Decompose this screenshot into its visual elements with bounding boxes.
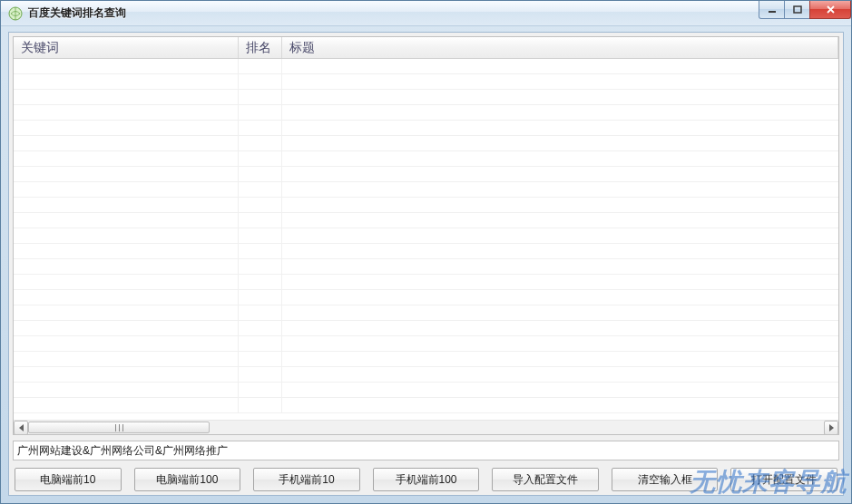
table-row xyxy=(14,336,838,352)
table-row xyxy=(14,74,838,90)
pc-top100-button[interactable]: 电脑端前100 xyxy=(134,468,241,491)
window-title: 百度关键词排名查询 xyxy=(28,5,126,21)
scrollbar-thumb[interactable] xyxy=(28,422,210,433)
maximize-button[interactable] xyxy=(784,1,810,19)
results-table: 关键词 排名 标题 xyxy=(13,36,839,435)
grip-icon xyxy=(115,424,123,431)
maximize-icon xyxy=(793,5,802,14)
svg-rect-2 xyxy=(769,11,776,13)
table-row xyxy=(14,321,838,336)
scrollbar-track[interactable] xyxy=(28,421,824,434)
table-row xyxy=(14,90,838,105)
table-row xyxy=(14,167,838,182)
table-row xyxy=(14,182,838,198)
button-row: 电脑端前10 电脑端前100 手机端前10 手机端前100 导入配置文件 清空输… xyxy=(13,468,839,491)
table-row xyxy=(14,259,838,275)
table-row xyxy=(14,398,838,413)
table-body xyxy=(14,59,838,434)
table-row xyxy=(14,367,838,383)
client-area: 关键词 排名 标题 xyxy=(8,32,844,496)
svg-rect-3 xyxy=(794,6,801,13)
clear-input-button[interactable]: 清空输入框 xyxy=(612,468,719,491)
column-header-rank[interactable]: 排名 xyxy=(239,37,282,58)
table-row xyxy=(14,213,838,228)
pc-top10-button[interactable]: 电脑端前10 xyxy=(15,468,122,491)
table-row xyxy=(14,105,838,121)
horizontal-scrollbar[interactable] xyxy=(14,420,838,434)
keywords-input[interactable] xyxy=(17,444,835,457)
keywords-input-wrap xyxy=(13,441,839,460)
table-row xyxy=(14,275,838,290)
table-row xyxy=(14,352,838,367)
table-row xyxy=(14,244,838,259)
titlebar[interactable]: 百度关键词排名查询 xyxy=(1,1,851,26)
column-header-title[interactable]: 标题 xyxy=(282,37,838,58)
table-row xyxy=(14,151,838,167)
table-row xyxy=(14,121,838,136)
minimize-button[interactable] xyxy=(759,1,785,19)
close-icon xyxy=(826,5,836,14)
window-controls xyxy=(759,1,851,19)
column-header-keyword[interactable]: 关键词 xyxy=(14,37,239,58)
open-config-button[interactable]: 打开配置文件 xyxy=(730,468,837,491)
mobile-top100-button[interactable]: 手机端前100 xyxy=(373,468,480,491)
chevron-right-icon xyxy=(829,424,834,431)
app-icon xyxy=(8,6,23,21)
table-row xyxy=(14,136,838,151)
scroll-left-button[interactable] xyxy=(14,421,28,434)
table-row xyxy=(14,290,838,305)
app-window: 百度关键词排名查询 关键词 排名 标题 xyxy=(0,0,852,504)
table-row xyxy=(14,198,838,213)
mobile-top10-button[interactable]: 手机端前10 xyxy=(253,468,360,491)
table-row xyxy=(14,59,838,74)
chevron-left-icon xyxy=(19,424,24,431)
table-row xyxy=(14,383,838,398)
minimize-icon xyxy=(768,6,777,14)
table-row xyxy=(14,305,838,321)
table-row xyxy=(14,228,838,244)
scroll-right-button[interactable] xyxy=(824,421,838,434)
import-config-button[interactable]: 导入配置文件 xyxy=(492,468,599,491)
table-rows-viewport xyxy=(14,59,838,420)
close-button[interactable] xyxy=(809,1,851,19)
table-header: 关键词 排名 标题 xyxy=(14,37,838,59)
